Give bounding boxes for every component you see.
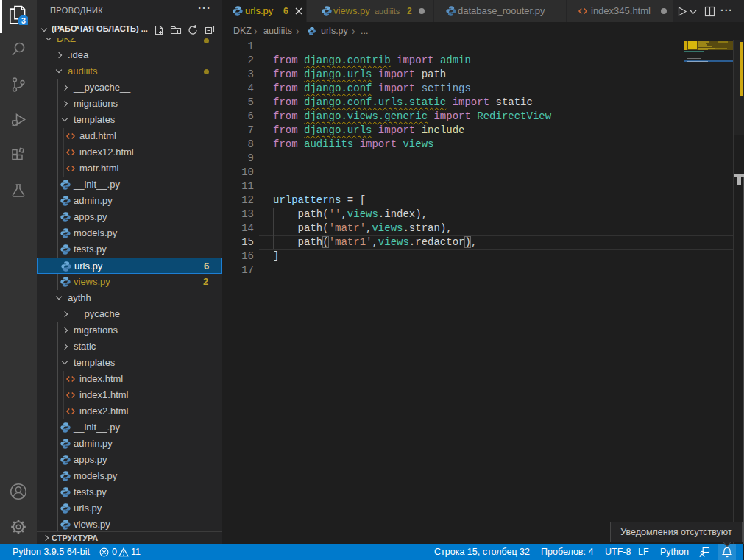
svg-text:3: 3 (21, 16, 26, 25)
